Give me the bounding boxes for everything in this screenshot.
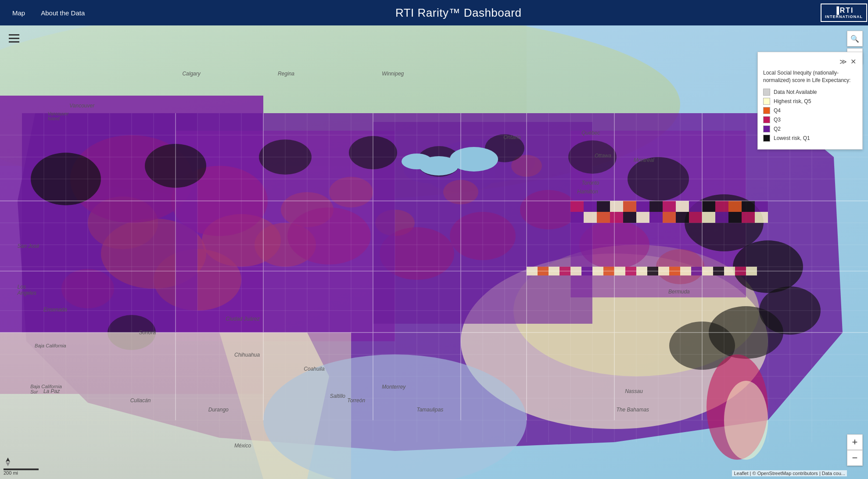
svg-rect-108 [715,201,728,212]
nav-map[interactable]: Map [4,0,33,25]
legend-label-data-na: Data Not Available [774,89,817,95]
svg-rect-110 [742,201,755,212]
page-title: RTI Rarity™ Dashboard [93,6,824,20]
header-bar: Map About the Data RTI Rarity™ Dashboard… [0,0,868,25]
svg-rect-113 [584,212,597,223]
legend-item-q2: Q2 [763,125,856,132]
svg-rect-101 [623,201,636,212]
svg-rect-114 [597,212,610,223]
svg-rect-120 [676,212,689,223]
legend-item-q5: Highest risk, Q5 [763,98,856,105]
logo-text-bottom: INTERNATIONAL [825,14,863,19]
ham-line-3 [9,41,19,43]
svg-rect-119 [663,212,676,223]
ham-line-2 [9,38,19,39]
svg-rect-117 [636,212,649,223]
legend-swatch-q5 [763,98,770,105]
svg-rect-122 [702,212,715,223]
search-button[interactable]: 🔍 [847,31,863,46]
svg-rect-99 [597,201,610,212]
legend-controls: ≫ ✕ [763,57,856,66]
svg-rect-111 [755,201,768,212]
legend-swatch-q4 [763,107,770,114]
legend-item-data-na: Data Not Available [763,89,856,96]
top-navigation: Map About the Data [0,0,93,25]
zoom-in-button[interactable]: + [847,434,863,450]
legend-item-q1: Lowest risk, Q1 [763,135,856,142]
ham-line-1 [9,34,19,36]
svg-rect-115 [610,212,623,223]
rti-logo: ▐RTI INTERNATIONAL [824,0,864,25]
legend-item-q3: Q3 [763,116,856,123]
svg-rect-103 [649,201,663,212]
svg-rect-104 [663,201,676,212]
svg-rect-107 [702,201,715,212]
legend-label-q2: Q2 [774,126,781,132]
svg-rect-123 [715,212,728,223]
legend-label-q4: Q4 [774,107,781,114]
hamburger-menu[interactable] [5,31,23,46]
legend-panel: ≫ ✕ Local Social Inequity (nationally-no… [757,52,863,150]
legend-collapse-button[interactable]: ≫ [839,57,847,66]
zoom-out-button[interactable]: − [847,450,863,466]
map-container[interactable]: Calgary Regina Winnipeg Vancouver Vancou… [0,25,868,479]
svg-point-155 [724,381,768,460]
scale-bar-label: 200 mi [4,470,18,475]
svg-rect-121 [689,212,702,223]
svg-rect-105 [676,201,689,212]
legend-label-q5: Highest risk, Q5 [774,98,811,104]
svg-marker-166 [6,458,10,462]
legend-close-button[interactable]: ✕ [850,57,856,66]
svg-rect-106 [689,201,702,212]
search-icon: 🔍 [850,35,859,43]
legend-swatch-q3 [763,116,770,123]
svg-rect-109 [728,201,742,212]
logo-text-top: ▐RTI [834,6,854,14]
zoom-controls: + − [847,434,863,466]
legend-items: Data Not AvailableHighest risk, Q5Q4Q3Q2… [763,89,856,142]
svg-rect-124 [728,212,742,223]
svg-rect-126 [755,212,768,223]
svg-rect-112 [570,212,584,223]
attribution-text: Leaflet | © OpenStreetMap contributors |… [734,471,845,476]
legend-title: Local Social Inequity (nationally-normal… [763,69,851,84]
svg-rect-98 [584,201,597,212]
svg-rect-125 [742,212,755,223]
svg-rect-97 [570,201,584,212]
legend-swatch-q2 [763,125,770,132]
svg-marker-167 [6,462,10,466]
legend-swatch-data-na [763,89,770,96]
legend-label-q3: Q3 [774,117,781,123]
map-attribution: Leaflet | © OpenStreetMap contributors |… [732,470,847,476]
svg-rect-100 [610,201,623,212]
svg-rect-116 [623,212,636,223]
nav-about[interactable]: About the Data [33,0,93,25]
scale-bar: 200 mi [4,468,39,475]
legend-label-q1: Lowest risk, Q1 [774,135,810,141]
svg-rect-102 [636,201,649,212]
legend-swatch-q1 [763,135,770,142]
north-arrow [4,457,12,468]
scale-indicator: 200 mi [4,457,39,475]
svg-rect-118 [649,212,663,223]
svg-point-152 [402,154,432,169]
map-svg [0,25,868,479]
legend-item-q4: Q4 [763,107,856,114]
